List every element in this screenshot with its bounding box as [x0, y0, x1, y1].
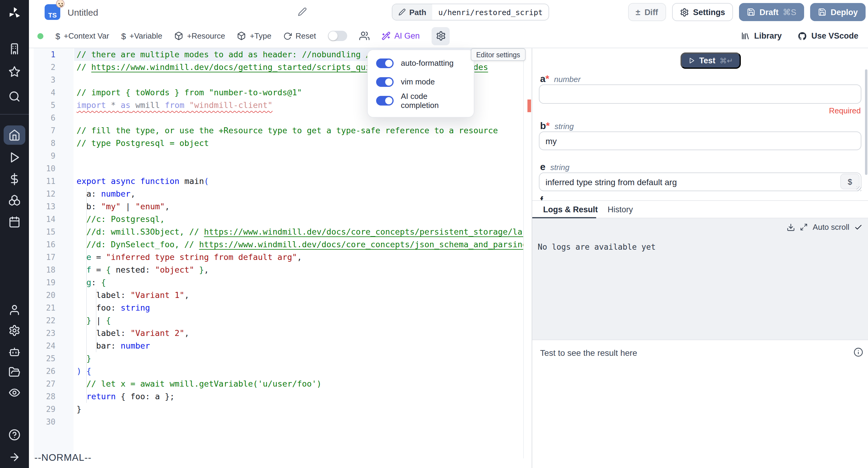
editor-settings-button[interactable] — [432, 27, 450, 45]
path-edit-button[interactable]: Path — [393, 4, 432, 20]
code-line[interactable]: g: { — [76, 276, 523, 289]
editor-toolbar: $+Context Var $+Variable +Resource +Type… — [29, 24, 868, 48]
code-line[interactable]: // let x = await wmill.getVariable('u/us… — [76, 378, 523, 390]
add-resource-button[interactable]: +Resource — [174, 31, 225, 40]
toggle-row-ai-completion[interactable]: AI code completion — [376, 91, 465, 110]
folders-icon[interactable] — [8, 366, 21, 378]
code-line[interactable]: ) { — [76, 365, 523, 378]
use-vscode-button[interactable]: Use VScode — [798, 31, 858, 41]
resources-boxes-icon[interactable] — [8, 194, 21, 206]
github-icon — [798, 31, 807, 41]
error-marker — [527, 99, 531, 112]
diff-button[interactable]: ± Diff — [628, 3, 666, 21]
auto-scroll-label[interactable]: Auto scroll — [813, 223, 849, 232]
schedules-calendar-icon[interactable] — [8, 216, 21, 228]
vim-mode-toggle[interactable] — [376, 77, 394, 87]
help-icon[interactable] — [8, 429, 21, 441]
line-number: 19 — [29, 276, 56, 289]
variables-dollar-icon[interactable] — [8, 173, 21, 185]
code-line[interactable]: export async function main( — [76, 175, 523, 187]
field-input-e[interactable] — [539, 173, 861, 191]
draft-button[interactable]: Draft ⌘S — [739, 3, 804, 21]
code-line[interactable]: } — [76, 403, 523, 415]
line-number: 18 — [29, 264, 56, 276]
dollar-icon: $ — [121, 31, 126, 41]
code-line[interactable]: } | { — [76, 314, 523, 327]
script-title: Untitled — [67, 7, 98, 18]
resize-grip[interactable] — [857, 186, 861, 191]
field-error-a: Required — [829, 106, 861, 115]
reset-button[interactable]: Reset — [283, 31, 316, 40]
audit-eye-icon[interactable] — [8, 387, 21, 399]
code-line[interactable]: return { foo: a }; — [76, 390, 523, 403]
users-icon[interactable] — [359, 31, 370, 41]
add-variable-button[interactable]: $+Variable — [121, 31, 162, 41]
code-line[interactable]: //c: Postgresql, — [76, 213, 523, 226]
gear-icon — [435, 31, 446, 41]
code-line[interactable]: // type Postgresql = object — [76, 137, 523, 150]
workers-bot-icon[interactable] — [8, 346, 21, 358]
line-number: 22 — [29, 314, 56, 327]
deploy-button[interactable]: Deploy — [810, 3, 866, 21]
toggle-row-auto-formatting[interactable]: auto-formatting — [376, 54, 465, 72]
code-line[interactable]: f = { nested: "object" }, — [76, 264, 523, 276]
field-input-a[interactable] — [539, 84, 861, 104]
library-button[interactable]: Library — [741, 31, 782, 40]
code-line[interactable] — [76, 162, 523, 175]
code-line[interactable]: b: "my" | "enum", — [76, 200, 523, 213]
settings-button[interactable]: Settings — [672, 3, 733, 21]
info-icon[interactable] — [854, 347, 863, 357]
line-number: 14 — [29, 213, 56, 226]
line-number: 7 — [29, 124, 56, 137]
field-input-b[interactable] — [539, 131, 861, 150]
logs-tabs: Logs & Result History — [532, 200, 868, 218]
tab-logs-result[interactable]: Logs & Result — [543, 205, 598, 214]
panel-scrollbar[interactable] — [865, 69, 867, 175]
code-line[interactable]: e = "inferred type string from default a… — [76, 251, 523, 264]
search-icon[interactable] — [8, 90, 21, 103]
code-line[interactable]: foo: string — [76, 301, 523, 314]
auto-scroll-check-icon[interactable] — [854, 223, 863, 231]
code-line[interactable]: //d: wmill.S3Object, // https://www.wind… — [76, 226, 523, 238]
favorites-star-icon[interactable] — [8, 66, 21, 78]
code-line[interactable]: bar: number — [76, 340, 523, 352]
refresh-icon — [283, 32, 292, 40]
sidebar-item-home[interactable] — [4, 125, 25, 145]
pencil-icon — [398, 8, 406, 16]
user-icon[interactable] — [8, 304, 21, 316]
line-number: 15 — [29, 226, 56, 238]
expand-logs-icon[interactable] — [800, 223, 808, 231]
ai-completion-toggle[interactable] — [376, 96, 394, 105]
code-line[interactable]: // fill the type, or use the +Resource t… — [76, 124, 523, 137]
path-value[interactable]: u/henri/restored_script — [432, 4, 549, 20]
edit-title-pencil-icon[interactable] — [298, 7, 307, 16]
code-line[interactable] — [76, 150, 523, 162]
code-line[interactable]: } — [76, 352, 523, 365]
tab-history[interactable]: History — [608, 205, 633, 214]
status-dot — [37, 33, 43, 39]
line-number: 6 — [29, 112, 56, 124]
add-type-button[interactable]: +Type — [237, 31, 272, 40]
code-line[interactable] — [76, 415, 523, 428]
code-line[interactable]: a: number, — [76, 187, 523, 200]
line-number: 23 — [29, 327, 56, 340]
line-number: 30 — [29, 415, 56, 428]
runs-play-icon[interactable] — [8, 151, 21, 164]
line-number: 27 — [29, 378, 56, 390]
add-context-var-button[interactable]: $+Context Var — [56, 31, 109, 41]
code-line[interactable]: label: "Variant 2", — [76, 327, 523, 340]
settings-gear-icon[interactable] — [8, 324, 21, 337]
home-icon — [8, 129, 21, 141]
expand-sidebar-arrow-icon[interactable] — [8, 451, 21, 463]
windmill-logo-icon[interactable] — [7, 6, 22, 21]
multiplayer-toggle[interactable] — [328, 31, 347, 41]
code-line[interactable]: label: "Variant 1", — [76, 289, 523, 301]
test-button[interactable]: Test ⌘↵ — [681, 53, 741, 69]
code-line[interactable]: //d: DynSelect_foo, // https://www.windm… — [76, 238, 523, 251]
download-logs-icon[interactable] — [787, 223, 795, 231]
toggle-row-vim-mode[interactable]: vim mode — [376, 72, 465, 91]
ai-gen-button[interactable]: AI Gen — [381, 31, 420, 40]
workspace-building-icon[interactable] — [8, 43, 21, 55]
auto-formatting-toggle[interactable] — [376, 58, 394, 68]
path-pill[interactable]: Path u/henri/restored_script — [392, 4, 550, 21]
